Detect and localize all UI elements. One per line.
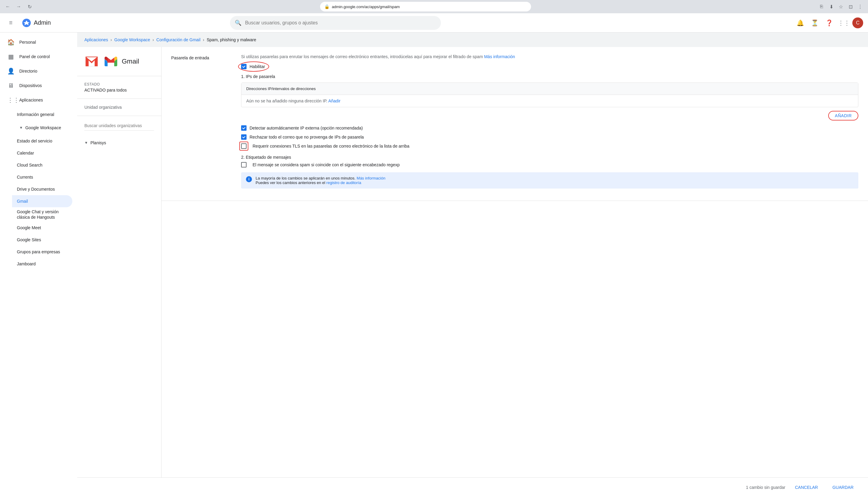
tls-row: Requerir conexiones TLS en las pasarelas… — [241, 143, 858, 149]
reject-mail-label: Rechazar todo el correo que no provenga … — [250, 134, 364, 140]
search-bar[interactable]: 🔍 — [230, 16, 441, 30]
sidebar-label-google-meet: Google Meet — [17, 225, 41, 230]
habilitar-wrapper: Habilitar — [241, 64, 265, 69]
spam-header-checkbox[interactable] — [241, 162, 247, 168]
menu-button[interactable]: ☰ — [5, 17, 17, 29]
tls-checkbox[interactable] — [241, 143, 247, 149]
sidebar-item-google-chat[interactable]: Google Chat y versión clásica de Hangout… — [12, 207, 72, 222]
sidebar-item-currents[interactable]: Currents — [12, 171, 72, 183]
sidebar-item-directorio[interactable]: 👤 Directorio — [0, 64, 72, 78]
sidebar-label-info-general: Información general — [17, 112, 54, 117]
info-bar: i La mayoría de los cambios se aplicarán… — [241, 172, 858, 188]
sidebar-label-drive: Drive y Documentos — [17, 187, 55, 191]
org-unit-label: Unidad organizativa — [84, 105, 154, 110]
bookmark-button[interactable]: ☆ — [837, 2, 845, 11]
search-input[interactable] — [245, 20, 436, 26]
org-tree: ▼ Planisys — [77, 136, 161, 150]
reject-mail-row: Rechazar todo el correo que no provenga … — [241, 134, 858, 140]
sidebar-label-google-chat: Google Chat y versión clásica de Hangout… — [17, 209, 65, 220]
info-more-link[interactable]: Más información — [356, 176, 385, 181]
save-button[interactable]: GUARDAR — [828, 483, 858, 492]
sidebar-item-jamboard[interactable]: Jamboard — [12, 258, 72, 270]
svg-marker-3 — [107, 58, 114, 63]
reject-mail-checkbox[interactable] — [241, 134, 247, 140]
sidebar-item-google-meet[interactable]: Google Meet — [12, 222, 72, 234]
ip-table: Direcciones IP/intervalos de direcciones… — [241, 83, 858, 107]
left-panel: Gmail Estado ACTIVADO para todos Unidad … — [77, 47, 162, 478]
info-text: La mayoría de los cambios se aplicarán e… — [255, 176, 386, 185]
sidebar-label-cloud-search: Cloud Search — [17, 163, 42, 168]
more-button[interactable]: ⋮ — [856, 2, 864, 11]
sidebar-section-workspace[interactable]: ▼ Google Workspace — [12, 120, 77, 135]
ip-table-empty-text: Aún no se ha añadido ninguna dirección I… — [246, 99, 327, 103]
gateway-more-link[interactable]: Más información — [484, 54, 515, 59]
tls-label: Requerir conexiones TLS en las pasarelas… — [253, 144, 409, 148]
sidebar-label-panel: Panel de control — [19, 54, 50, 59]
forward-button[interactable]: → — [14, 2, 23, 11]
sidebar-item-grupos[interactable]: Grupos para empresas — [12, 246, 72, 258]
bottom-action-bar: 1 cambio sin guardar CANCELAR GUARDAR — [77, 478, 868, 497]
cancel-button[interactable]: CANCELAR — [790, 483, 823, 492]
org-tree-arrow: ▼ — [84, 141, 88, 145]
timer-button[interactable]: ⏳ — [809, 17, 821, 29]
sidebar-item-gmail[interactable]: Gmail — [12, 195, 72, 207]
org-unit-section: Unidad organizativa — [77, 99, 161, 116]
address-bar[interactable]: 🔒 admin.google.com/ac/apps/gmail/spam — [320, 2, 531, 12]
spam-header-row: El mensaje se considera spam si coincide… — [241, 162, 858, 168]
status-suffix: para todos — [106, 88, 127, 93]
add-btn-row: AÑADIR — [241, 111, 858, 120]
sidebar-item-aplicaciones[interactable]: ⋮⋮ Aplicaciones — [0, 93, 72, 107]
reload-button[interactable]: ↻ — [25, 2, 34, 11]
step1-label: 1. IPs de pasarela — [241, 74, 858, 79]
avatar-button[interactable]: C — [852, 17, 863, 28]
status-section: Estado ACTIVADO para todos — [77, 76, 161, 99]
sidebar-item-info-general[interactable]: Información general — [12, 109, 72, 120]
sidebar-item-drive[interactable]: Drive y Documentos — [12, 183, 72, 195]
home-icon: 🏠 — [7, 39, 14, 46]
back-button[interactable]: ← — [4, 2, 12, 11]
person-icon: 👤 — [7, 68, 14, 75]
ip-add-link[interactable]: Añadir — [328, 99, 340, 103]
download-button[interactable]: ⬇ — [827, 2, 836, 11]
right-panel: Pasarela de entrada Si utilizas pasarela… — [162, 47, 868, 478]
tls-wrapper — [241, 143, 247, 149]
detect-ip-label: Detectar automáticamente IP externa (opc… — [250, 126, 363, 130]
breadcrumb-workspace[interactable]: Google Workspace — [114, 37, 150, 42]
sidebar-item-dispositivos[interactable]: 🖥 Dispositivos — [0, 78, 72, 93]
notifications-button[interactable]: 🔔 — [795, 17, 807, 29]
sidebar-item-estado-servicio[interactable]: Estado del servicio — [12, 135, 72, 147]
split-button[interactable]: ⊡ — [846, 2, 855, 11]
org-tree-item-planisys[interactable]: ▼ Planisys — [84, 138, 154, 147]
add-button[interactable]: AÑADIR — [828, 111, 858, 120]
top-nav: ☰ Admin 🔍 🔔 ⏳ ❓ ⋮⋮ C — [0, 13, 868, 32]
sidebar-item-personal[interactable]: 🏠 Personal — [0, 35, 72, 49]
cast-button[interactable]: ⎘ — [817, 2, 826, 11]
help-button[interactable]: ❓ — [823, 17, 836, 29]
google-icon — [22, 18, 31, 28]
search-org-input[interactable] — [84, 121, 154, 131]
detect-ip-checkbox[interactable] — [241, 125, 247, 131]
step2-label: 2. Etiquetado de mensajes — [241, 155, 858, 160]
apps-button[interactable]: ⋮⋮ — [838, 17, 850, 29]
browser-bar: ← → ↻ 🔒 admin.google.com/ac/apps/gmail/s… — [0, 0, 868, 13]
sidebar-item-cloud-search[interactable]: Cloud Search — [12, 159, 72, 171]
sidebar-item-panel[interactable]: ▦ Panel de control — [0, 49, 72, 64]
breadcrumb-aplicaciones[interactable]: Aplicaciones — [84, 37, 108, 42]
breadcrumb-sep2: › — [153, 37, 154, 42]
breadcrumb-sep3: › — [203, 37, 204, 42]
sidebar-label-gmail: Gmail — [17, 199, 28, 204]
sidebar-label-estado: Estado del servicio — [17, 139, 53, 143]
sidebar-label-dispositivos: Dispositivos — [19, 83, 42, 88]
breadcrumb-gmail-config[interactable]: Configuración de Gmail — [156, 37, 200, 42]
search-org[interactable] — [77, 116, 161, 136]
sidebar-label-jamboard: Jamboard — [17, 261, 36, 266]
sidebar-item-google-sites[interactable]: Google Sites — [12, 234, 72, 246]
app-header: Gmail — [77, 47, 161, 76]
enable-checkbox[interactable] — [241, 64, 247, 69]
sidebar-item-calendar[interactable]: Calendar — [12, 147, 72, 159]
sidebar-label-grupos: Grupos para empresas — [17, 250, 60, 254]
audit-link[interactable]: registro de auditoría — [326, 181, 361, 185]
info-icon: i — [246, 176, 252, 182]
sidebar-label-personal: Personal — [19, 40, 36, 45]
logo-area: Admin — [22, 18, 51, 28]
